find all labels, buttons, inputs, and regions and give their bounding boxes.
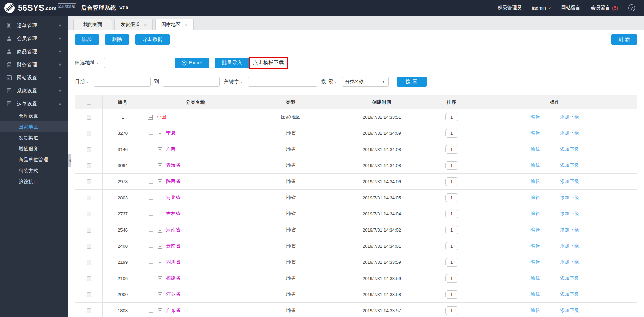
tree-expand-icon[interactable] [158, 308, 162, 313]
edit-link[interactable]: 编辑 [531, 114, 540, 119]
tab-shipping-channel[interactable]: 发货渠道 × [114, 19, 153, 30]
export-data-button[interactable]: 导出数据 [135, 34, 170, 45]
tree-expand-icon[interactable] [158, 163, 162, 168]
sidebar-subitem-tracking-api[interactable]: 追踪接口 [0, 176, 68, 187]
add-child-link[interactable]: 添加下级 [560, 130, 579, 136]
add-child-link[interactable]: 添加下级 [560, 292, 579, 297]
sort-input[interactable]: 1 [445, 258, 458, 267]
sidebar-collapse-handle[interactable] [68, 154, 71, 167]
region-name-link[interactable]: 青海省 [166, 163, 181, 168]
sort-input[interactable]: 1 [445, 274, 458, 283]
region-name-link[interactable]: 河北省 [166, 195, 181, 200]
edit-link[interactable]: 编辑 [531, 308, 540, 313]
select-all-checkbox[interactable] [87, 100, 91, 105]
row-checkbox[interactable] [87, 179, 91, 184]
edit-link[interactable]: 编辑 [531, 163, 540, 168]
tree-expand-icon[interactable] [158, 212, 162, 216]
batch-import-button[interactable]: 批量导入 [215, 58, 249, 68]
sort-input[interactable]: 1 [445, 145, 458, 154]
region-name-link[interactable]: 河南省 [166, 227, 181, 232]
region-name-link[interactable]: 广西 [166, 146, 176, 152]
edit-link[interactable]: 编辑 [531, 195, 540, 200]
add-child-link[interactable]: 添加下级 [560, 163, 579, 168]
sidebar-item-product-management[interactable]: 商品管理 ∨ [0, 45, 68, 58]
search-button[interactable]: 搜 索 [397, 77, 427, 87]
sidebar-item-waybill-settings[interactable]: 运单设置 ∧ [0, 97, 68, 110]
sort-input[interactable]: 1 [445, 242, 458, 250]
sort-input[interactable]: 1 [445, 290, 458, 299]
delete-button[interactable]: 删除 [105, 34, 129, 45]
add-child-link[interactable]: 添加下级 [560, 259, 579, 265]
address-filter-input[interactable] [104, 58, 173, 68]
sidebar-item-finance-management[interactable]: 财务管理 ∨ [0, 58, 68, 71]
sidebar-subitem-product-unit[interactable]: 商品单位管理 [0, 154, 68, 165]
sidebar-item-member-management[interactable]: 会员管理 ∨ [0, 32, 68, 45]
sidebar-item-website-settings[interactable]: 网站设置 ∨ [0, 71, 68, 84]
add-child-link[interactable]: 添加下级 [560, 114, 579, 119]
sidebar-subitem-country-region[interactable]: 国家地区 [0, 121, 68, 132]
sort-input[interactable]: 1 [445, 306, 458, 315]
sidebar-subitem-warehouse-settings[interactable]: 仓库设置 [0, 110, 68, 121]
add-child-link[interactable]: 添加下级 [560, 195, 579, 200]
row-checkbox[interactable] [87, 228, 91, 233]
add-child-link[interactable]: 添加下级 [560, 275, 579, 281]
region-name-link[interactable]: 广东省 [166, 308, 181, 313]
sidebar-item-system-settings[interactable]: 系统设置 ∨ [0, 84, 68, 97]
search-field-select[interactable]: 分类名称 ▼ [342, 77, 389, 87]
tree-collapse-icon[interactable] [148, 115, 153, 120]
add-child-link[interactable]: 添加下级 [560, 308, 579, 313]
add-child-link[interactable]: 添加下级 [560, 146, 579, 152]
region-name-link[interactable]: 四川省 [166, 259, 181, 265]
row-checkbox[interactable] [87, 292, 91, 297]
sidebar-item-waybill-management[interactable]: 运单管理 ∨ [0, 19, 68, 32]
region-name-link[interactable]: 吉林省 [166, 211, 181, 216]
edit-link[interactable]: 编辑 [531, 130, 540, 136]
add-child-link[interactable]: 添加下级 [560, 211, 579, 216]
sort-input[interactable]: 1 [445, 129, 458, 138]
excel-export-button[interactable]: Excel [175, 58, 209, 68]
tree-expand-icon[interactable] [158, 276, 162, 281]
tree-expand-icon[interactable] [158, 196, 162, 200]
row-checkbox[interactable] [87, 115, 91, 120]
close-icon[interactable]: × [144, 22, 147, 27]
tree-expand-icon[interactable] [158, 228, 162, 233]
add-child-link[interactable]: 添加下级 [560, 227, 579, 232]
row-checkbox[interactable] [87, 244, 91, 249]
tab-country-region[interactable]: 国家地区 × [155, 19, 194, 30]
row-checkbox[interactable] [87, 147, 91, 152]
sidebar-subitem-shipping-channel[interactable]: 发货渠道 [0, 132, 68, 143]
region-name-link[interactable]: 江苏省 [166, 292, 181, 297]
sort-input[interactable]: 1 [445, 226, 458, 234]
row-checkbox[interactable] [87, 131, 91, 136]
region-name-link[interactable]: 陕西省 [166, 179, 181, 184]
region-name-link[interactable]: 福建省 [166, 275, 181, 281]
sort-input[interactable]: 1 [445, 113, 458, 121]
edit-link[interactable]: 编辑 [531, 292, 540, 297]
site-messages-link[interactable]: 网站留言 [561, 5, 580, 11]
add-button[interactable]: 添加 [75, 34, 99, 45]
tree-expand-icon[interactable] [158, 179, 162, 184]
close-icon[interactable]: × [185, 22, 187, 27]
region-name-link[interactable]: 宁夏 [166, 130, 176, 136]
tree-expand-icon[interactable] [158, 260, 162, 265]
date-from-input[interactable] [94, 77, 151, 87]
sort-input[interactable]: 1 [445, 193, 458, 202]
tab-my-desktop[interactable]: 我的桌面 [73, 19, 112, 30]
region-name-link[interactable]: 中国 [157, 114, 166, 119]
date-to-input[interactable] [163, 77, 220, 87]
sort-input[interactable]: 1 [445, 210, 458, 218]
tree-expand-icon[interactable] [158, 292, 162, 297]
row-checkbox[interactable] [87, 260, 91, 265]
row-checkbox[interactable] [87, 163, 91, 168]
row-checkbox[interactable] [87, 308, 91, 313]
keyword-input[interactable] [248, 77, 317, 87]
member-messages-link[interactable]: 会员留言 (5) [591, 5, 618, 11]
edit-link[interactable]: 编辑 [531, 243, 540, 248]
edit-link[interactable]: 编辑 [531, 259, 540, 265]
template-download-link[interactable]: 点击模板下载 [249, 57, 288, 69]
row-checkbox[interactable] [87, 276, 91, 281]
edit-link[interactable]: 编辑 [531, 179, 540, 184]
edit-link[interactable]: 编辑 [531, 227, 540, 232]
refresh-button[interactable]: 刷 新 [611, 34, 637, 45]
user-menu[interactable]: iadmin ∨ [532, 5, 551, 11]
